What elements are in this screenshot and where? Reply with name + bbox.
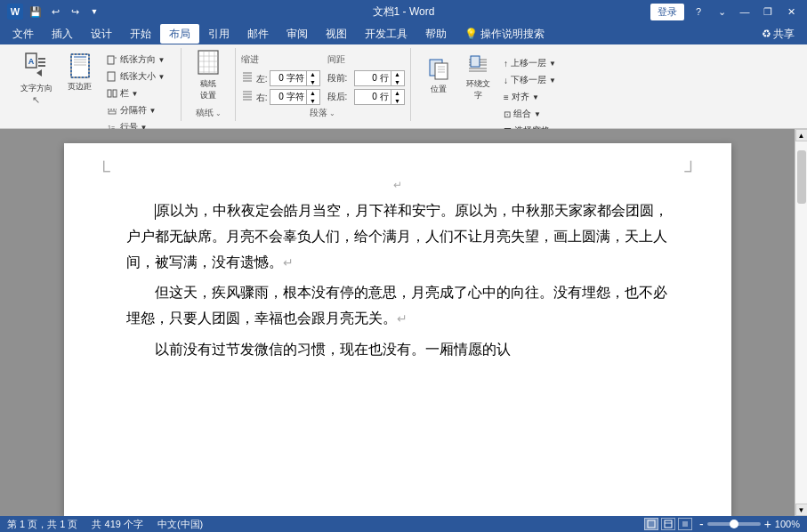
scroll-thumb[interactable] — [797, 150, 806, 204]
quick-access-toolbar: 💾 ↩ ↪ ▼ — [27, 4, 103, 20]
share-label: 共享 — [773, 27, 795, 42]
save-btn[interactable]: 💾 — [27, 4, 44, 20]
draft-label: 稿纸设置 — [200, 78, 216, 101]
indent-left-spinner[interactable]: 0 字符 ▲ ▼ — [270, 70, 320, 86]
search-box[interactable]: 💡 操作说明搜索 — [456, 24, 553, 44]
corner-mark-tr: ┘ — [684, 161, 697, 181]
search-label: 操作说明搜索 — [480, 27, 545, 42]
position-btn[interactable]: 位置 — [421, 53, 456, 100]
indent-section: 缩进 左: 0 字符 ▲ ▼ — [241, 53, 320, 105]
indent-right-label: 右: — [241, 90, 268, 104]
menu-design[interactable]: 设计 — [82, 24, 121, 44]
indent-right-spinner[interactable]: 0 字符 ▲ ▼ — [270, 89, 320, 105]
breaks-btn[interactable]: 分隔符 ▼ — [102, 102, 170, 118]
paper-size-arrow: ▼ — [158, 73, 165, 81]
align-icon: ≡ — [504, 93, 509, 102]
maximize-btn[interactable]: ❐ — [759, 4, 777, 20]
menu-file[interactable]: 文件 — [4, 24, 43, 44]
wrap-text-icon — [467, 52, 488, 77]
help-icon[interactable]: ? — [690, 4, 707, 20]
indent-title: 缩进 — [241, 53, 320, 66]
login-button[interactable]: 登录 — [650, 4, 684, 20]
spacing-after-down[interactable]: ▼ — [391, 97, 404, 105]
bring-forward-arrow: ▼ — [549, 60, 556, 68]
svg-rect-15 — [113, 90, 117, 97]
title-bar-right: 登录 ? ⌄ — ❐ ✕ — [650, 4, 800, 20]
indent-right-up[interactable]: ▲ — [307, 89, 319, 97]
document-content[interactable]: 原以为，中秋夜定会皓月当空，月下祥和安宁。原以为，中秋那天家家都会团圆，户户都无… — [126, 198, 669, 363]
paper-size-btn[interactable]: 纸张大小 ▼ — [102, 69, 170, 85]
spacing-before-value: 0 行 — [355, 70, 391, 86]
redo-btn[interactable]: ↪ — [66, 4, 84, 20]
text-direction-group: A 文字方向 ↖ — [15, 50, 58, 106]
menu-home[interactable]: 开始 — [121, 24, 160, 44]
text-cursor — [155, 204, 156, 220]
word-icon: W — [7, 4, 23, 20]
text-direction-btn[interactable]: A 文字方向 — [15, 50, 58, 96]
indent-right-value: 0 字符 — [270, 89, 306, 105]
close-btn[interactable]: ✕ — [782, 4, 800, 20]
indent-right-row: 右: 0 字符 ▲ ▼ — [241, 89, 320, 105]
spacing-after-up[interactable]: ▲ — [391, 89, 404, 97]
menu-bar: 文件 插入 设计 开始 布局 引用 邮件 审阅 视图 开发工具 帮助 💡 操作说… — [0, 23, 807, 44]
customize-qa[interactable]: ▼ — [85, 4, 103, 20]
orientation-btn[interactable]: 纸张方向 ▼ — [102, 52, 170, 68]
focus-view-btn[interactable] — [678, 518, 692, 530]
group-btn[interactable]: ⊡ 组合 ▼ — [499, 106, 561, 122]
spacing-after-spinner[interactable]: 0 行 ▲ ▼ — [354, 89, 405, 105]
indent-left-down[interactable]: ▼ — [307, 78, 319, 86]
menu-developer[interactable]: 开发工具 — [356, 24, 416, 44]
margins-icon — [69, 53, 91, 80]
draft-settings-btn[interactable]: 稿纸设置 — [187, 50, 230, 100]
indent-left-up[interactable]: ▲ — [307, 70, 319, 78]
breaks-arrow: ▼ — [149, 107, 157, 115]
bring-forward-btn[interactable]: ↑ 上移一层 ▼ — [499, 55, 561, 71]
ribbon-toggle[interactable]: ⌄ — [713, 4, 730, 20]
spacing-section: 间距 段前: 0 行 ▲ ▼ 段后: — [327, 53, 405, 105]
menu-references[interactable]: 引用 — [199, 24, 238, 44]
menu-mailings[interactable]: 邮件 — [238, 24, 278, 44]
zoom-level: 100% — [775, 519, 800, 529]
minimize-btn[interactable]: — — [736, 4, 754, 20]
menu-insert[interactable]: 插入 — [43, 24, 82, 44]
zoom-plus-btn[interactable]: + — [764, 518, 771, 530]
spacing-before-spinner[interactable]: 0 行 ▲ ▼ — [354, 70, 405, 86]
share-btn[interactable]: ♻ 共享 — [753, 24, 803, 44]
draft-expand[interactable]: ⌄ — [215, 109, 222, 117]
menu-help[interactable]: 帮助 — [416, 24, 456, 44]
svg-rect-14 — [108, 90, 111, 97]
undo-btn[interactable]: ↩ — [46, 4, 64, 20]
web-view-btn[interactable] — [661, 518, 675, 530]
send-back-icon: ↓ — [504, 76, 508, 85]
group-icon: ⊡ — [504, 109, 511, 119]
send-back-btn[interactable]: ↓ 下移一层 ▼ — [499, 72, 561, 88]
scroll-track[interactable] — [795, 141, 808, 504]
align-btn[interactable]: ≡ 对齐 ▼ — [499, 89, 561, 105]
paragraph-3: 以前没有过节发微信的习惯，现在也没有。一厢情愿的认 — [126, 337, 669, 363]
bring-forward-label: 上移一层 — [511, 57, 546, 69]
document-page[interactable]: └ ┘ ↵ 原以为，中秋夜定会皓月当空，月下祥和安宁。原以为，中秋那天家家都会团… — [64, 143, 731, 516]
columns-btn[interactable]: 栏 ▼ — [102, 85, 170, 101]
spacing-before-down[interactable]: ▼ — [391, 78, 404, 86]
menu-view[interactable]: 视图 — [317, 24, 356, 44]
zoom-minus-btn[interactable]: - — [699, 518, 704, 530]
menu-review[interactable]: 审阅 — [278, 24, 317, 44]
svg-rect-50 — [648, 520, 655, 528]
spacing-before-arrows: ▲ ▼ — [391, 70, 404, 86]
spacing-before-up[interactable]: ▲ — [391, 70, 404, 78]
wrap-text-btn[interactable]: 环绕文字 — [460, 53, 496, 100]
spacing-after-row: 段后: 0 行 ▲ ▼ — [327, 89, 405, 105]
wrap-text-label: 环绕文字 — [464, 78, 491, 101]
indent-right-down[interactable]: ▼ — [307, 97, 319, 105]
scroll-up-btn[interactable]: ▲ — [795, 129, 808, 141]
print-view-btn[interactable] — [644, 518, 658, 530]
status-bar: 第 1 页，共 1 页 共 419 个字 中文(中国) - + 100% — [0, 516, 807, 532]
margins-btn[interactable]: 页边距 — [61, 50, 99, 96]
zoom-slider[interactable] — [707, 522, 761, 526]
vertical-scrollbar[interactable]: ▲ ▼ — [795, 129, 807, 516]
indent-right-arrows: ▲ ▼ — [306, 89, 319, 105]
menu-layout[interactable]: 布局 — [160, 24, 199, 44]
paragraph-expand[interactable]: ⌄ — [329, 109, 335, 117]
scroll-down-btn[interactable]: ▼ — [795, 504, 808, 516]
zoom-handle[interactable] — [730, 520, 738, 528]
